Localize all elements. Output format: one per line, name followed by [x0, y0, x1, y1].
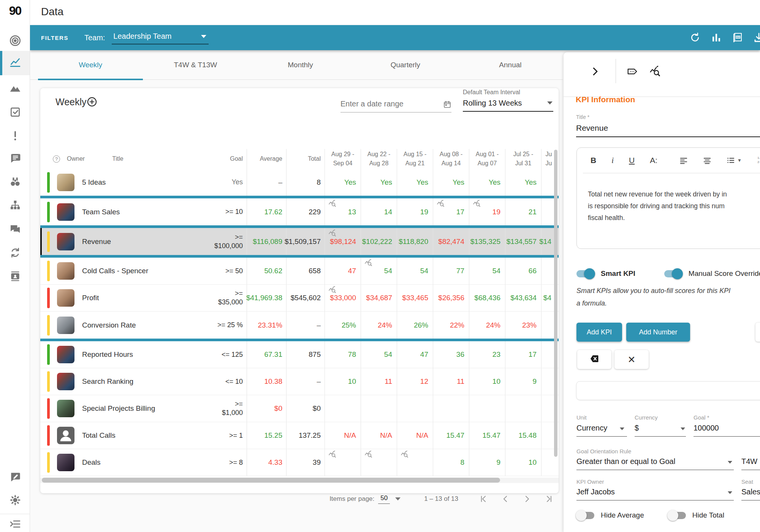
- score-cell[interactable]: $98,124: [325, 228, 361, 255]
- goal-input[interactable]: 100000: [694, 424, 719, 432]
- rule-select[interactable]: Greater than or equal to Goal: [576, 457, 675, 466]
- directory-icon[interactable]: [9, 270, 21, 282]
- trend-audit-icon[interactable]: [328, 200, 336, 207]
- calendar-icon[interactable]: [443, 100, 451, 109]
- chat-icon[interactable]: [9, 223, 21, 235]
- kpi-title[interactable]: Deals: [82, 458, 101, 467]
- score-cell[interactable]: 19: [397, 198, 433, 225]
- table-row[interactable]: Revenue>=$100,000$116,089$1,509,157$98,1…: [40, 228, 559, 255]
- score-cell[interactable]: 10: [469, 368, 505, 395]
- team-select[interactable]: Leadership Team: [112, 31, 209, 44]
- kpi-title[interactable]: Reported Hours: [82, 350, 133, 359]
- collapse-menu-icon[interactable]: [9, 518, 21, 530]
- score-cell[interactable]: 26%: [397, 312, 433, 339]
- last-page-icon[interactable]: [544, 494, 553, 504]
- refresh-icon[interactable]: [689, 32, 701, 43]
- download-icon[interactable]: [753, 32, 760, 43]
- description-editor[interactable]: B i U A: ▼ 12 Total net new revenue for …: [576, 147, 760, 249]
- unit-select[interactable]: Currency: [576, 424, 607, 432]
- trend-audit-icon[interactable]: [364, 259, 372, 266]
- table-row[interactable]: Profit>=$35,000$41,969.38$545,602$33,000…: [40, 285, 559, 312]
- trend-audit-icon[interactable]: [328, 230, 336, 236]
- kpi-title[interactable]: Team Sales: [82, 208, 120, 216]
- score-cell[interactable]: 36: [433, 341, 469, 368]
- seat-select[interactable]: Sales: [741, 488, 760, 496]
- score-cell[interactable]: 23%: [505, 312, 542, 339]
- score-cell[interactable]: Yes: [469, 169, 505, 196]
- score-cell[interactable]: 24%: [361, 312, 397, 339]
- score-cell[interactable]: $34,687: [361, 285, 397, 311]
- vision-icon[interactable]: [9, 176, 21, 188]
- goals-icon[interactable]: [9, 35, 21, 47]
- kpi-title[interactable]: Cold Calls - Spencer: [82, 267, 148, 275]
- previous-page-icon[interactable]: [501, 494, 510, 504]
- title-field-input[interactable]: Revenue: [576, 124, 608, 133]
- manual-score-override-toggle[interactable]: [664, 270, 682, 277]
- meetings-icon[interactable]: [9, 152, 21, 164]
- chevron-down-icon[interactable]: [728, 491, 732, 494]
- table-row[interactable]: Special Projects Billing>=$1,000$0$0: [40, 395, 559, 422]
- score-cell[interactable]: Yes: [433, 169, 469, 196]
- sync-icon[interactable]: [9, 247, 21, 259]
- score-cell[interactable]: 14: [361, 198, 397, 225]
- score-cell[interactable]: 15.47: [433, 422, 469, 449]
- score-cell[interactable]: $33,465: [397, 285, 433, 311]
- first-page-icon[interactable]: [479, 494, 488, 504]
- score-cell[interactable]: 19: [469, 198, 505, 225]
- bold-icon[interactable]: B: [591, 156, 596, 165]
- trend-audit-icon[interactable]: [328, 286, 336, 293]
- kpi-title[interactable]: Revenue: [82, 238, 111, 246]
- score-cell[interactable]: Yes: [397, 169, 433, 196]
- label-icon[interactable]: [627, 66, 638, 77]
- score-cell[interactable]: 15.48: [505, 422, 542, 449]
- score-cell[interactable]: N/A: [361, 422, 397, 449]
- align-center-icon[interactable]: [703, 156, 711, 165]
- kpi-title[interactable]: Profit: [82, 294, 99, 302]
- trend-audit-icon[interactable]: [401, 451, 408, 458]
- add-number-button[interactable]: Add Number: [626, 323, 690, 342]
- score-cell[interactable]: Yes: [505, 169, 542, 196]
- settings-icon[interactable]: [9, 494, 21, 506]
- score-cell[interactable]: 23: [469, 341, 505, 368]
- tab-annual[interactable]: Annual: [458, 50, 563, 80]
- score-cell[interactable]: [433, 395, 469, 422]
- table-row[interactable]: Deals>= 84.33398910: [40, 449, 559, 476]
- tab-weekly[interactable]: Weekly: [38, 50, 143, 80]
- tab-quarterly[interactable]: Quarterly: [353, 50, 458, 80]
- score-cell[interactable]: [505, 395, 542, 422]
- score-cell[interactable]: Yes: [325, 169, 361, 196]
- bulleted-list-icon[interactable]: [727, 156, 735, 165]
- score-cell[interactable]: 11: [361, 368, 397, 395]
- score-cell[interactable]: $82,474: [433, 228, 469, 255]
- font-size-icon[interactable]: A:: [650, 156, 657, 165]
- horizontal-scrollbar-thumb[interactable]: [42, 478, 500, 483]
- tab-monthly[interactable]: Monthly: [248, 50, 353, 80]
- score-cell[interactable]: $102,222: [361, 228, 397, 255]
- items-per-page-select[interactable]: 50: [378, 494, 390, 504]
- add-kpi-button[interactable]: Add KPI: [576, 323, 622, 342]
- chevron-down-icon[interactable]: [681, 428, 685, 430]
- score-cell[interactable]: 15.47: [469, 422, 505, 449]
- kpi-title[interactable]: Conversion Rate: [82, 321, 136, 329]
- chevron-down-icon[interactable]: ▼: [737, 158, 742, 163]
- todos-icon[interactable]: [9, 106, 21, 118]
- org-chart-icon[interactable]: [9, 199, 21, 211]
- kpi-title[interactable]: Total Calls: [82, 431, 116, 440]
- table-row[interactable]: Conversion Rate>= 25 %23.31%–25%24%26%22…: [40, 312, 559, 339]
- score-cell[interactable]: [397, 395, 433, 422]
- feedback-icon[interactable]: [9, 471, 21, 483]
- table-row[interactable]: Cold Calls - Spencer>= 5050.626584754547…: [40, 258, 559, 285]
- chart-view-icon[interactable]: [711, 32, 722, 43]
- description-text[interactable]: Total net new revenue for the week drive…: [577, 173, 760, 224]
- formula-extra-button[interactable]: [755, 323, 760, 342]
- hide-average-toggle[interactable]: [576, 512, 594, 519]
- score-cell[interactable]: 54: [361, 258, 397, 284]
- t4w-field[interactable]: T4W: [741, 457, 757, 466]
- vertical-scrollbar[interactable]: [554, 150, 557, 457]
- issues-icon[interactable]: [9, 130, 21, 142]
- score-cell[interactable]: N/A: [397, 422, 433, 449]
- table-row[interactable]: Team Sales>= 1017.62229131419171921: [40, 198, 559, 225]
- underline-icon[interactable]: U: [629, 156, 635, 165]
- score-cell[interactable]: 13: [325, 198, 361, 225]
- score-cell[interactable]: $68,436: [469, 285, 505, 311]
